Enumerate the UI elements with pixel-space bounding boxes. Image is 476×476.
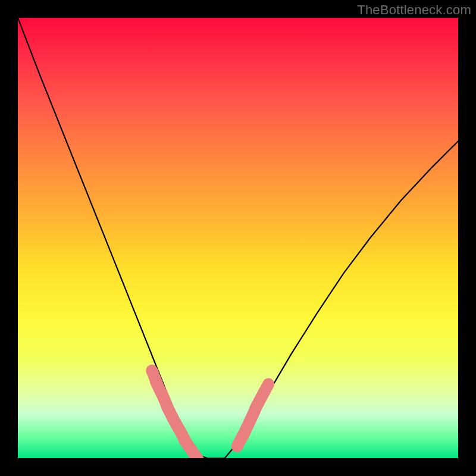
marker-pill bbox=[262, 384, 268, 396]
plot-area bbox=[18, 18, 458, 458]
bottleneck-curve bbox=[18, 18, 458, 458]
marker-band-right bbox=[237, 384, 268, 447]
chart-overlay bbox=[18, 18, 458, 458]
marker-band-left bbox=[152, 371, 198, 458]
marker-pill bbox=[190, 449, 198, 458]
watermark-text: TheBottleneck.com bbox=[357, 2, 471, 18]
chart-frame: TheBottleneck.com bbox=[0, 0, 476, 476]
